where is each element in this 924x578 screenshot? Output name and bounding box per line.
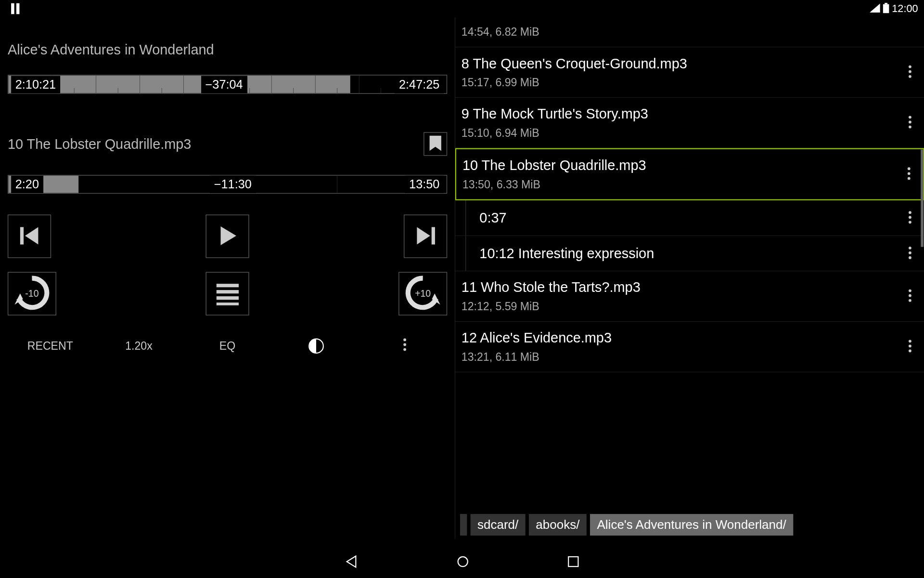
svg-point-22: [909, 211, 911, 214]
list-item[interactable]: 12 Alice's Evidence.mp313:21, 6.11 MiB: [455, 322, 924, 372]
breadcrumb-item[interactable]: abooks/: [529, 514, 587, 536]
contrast-icon: [273, 339, 359, 354]
svg-point-21: [908, 177, 911, 180]
list-item[interactable]: 10 The Lobster Quadrille.mp313:50, 6.33 …: [455, 148, 924, 200]
recent-button[interactable]: RECENT: [8, 340, 93, 353]
svg-rect-35: [568, 557, 578, 566]
svg-point-11: [403, 343, 406, 346]
more-vert-icon: [908, 210, 911, 225]
item-more-button[interactable]: [902, 340, 918, 354]
svg-point-26: [909, 251, 911, 254]
more-vert-icon: [908, 65, 911, 79]
track-list[interactable]: 14:54, 6.82 MiB8 The Queen's Croquet-Gro…: [455, 17, 924, 511]
skip-previous-icon: [17, 223, 42, 249]
rewind-button[interactable]: -10: [8, 272, 56, 315]
prev-button[interactable]: [8, 214, 51, 258]
list-item-title: 10 The Lobster Quadrille.mp3: [462, 158, 901, 173]
item-more-button[interactable]: [902, 210, 918, 225]
scrollbar[interactable]: [921, 149, 924, 247]
list-button[interactable]: [205, 272, 249, 315]
next-button[interactable]: [404, 214, 447, 258]
list-item-sub: 12:12, 5.59 MiB: [462, 300, 902, 313]
forward-button[interactable]: +10: [398, 272, 447, 315]
list-item-title: 11 Who Stole the Tarts?.mp3: [462, 279, 902, 295]
more-vert-icon: [403, 341, 406, 354]
track-elapsed: 2:20: [11, 176, 43, 193]
svg-point-14: [909, 70, 911, 73]
list-item[interactable]: 9 The Mock Turtle's Story.mp315:10, 6.94…: [455, 98, 924, 148]
svg-rect-6: [216, 284, 238, 287]
bookmark-item[interactable]: 10:12 Interesting expression: [455, 236, 924, 272]
svg-rect-8: [216, 296, 238, 300]
list-item-sub: 15:17, 6.99 MiB: [462, 76, 902, 89]
track-remaining: −11:30: [210, 176, 256, 193]
book-elapsed: 2:10:21: [11, 76, 60, 93]
svg-point-29: [909, 294, 911, 297]
breadcrumb-item[interactable]: Alice's Adventures in Wonderland/: [590, 514, 793, 536]
list-item[interactable]: 14:54, 6.82 MiB: [455, 17, 924, 47]
skip-next-icon: [413, 223, 438, 249]
play-icon: [215, 223, 240, 249]
more-vert-icon: [908, 116, 911, 130]
svg-rect-4: [20, 227, 24, 244]
current-track-name: 10 The Lobster Quadrille.mp3: [8, 136, 192, 152]
list-item-title: 8 The Queen's Croquet-Ground.mp3: [462, 56, 902, 71]
more-vert-icon: [908, 340, 911, 354]
eq-button[interactable]: EQ: [185, 340, 270, 353]
svg-point-30: [909, 299, 911, 302]
list-item-sub: 14:54, 6.82 MiB: [462, 26, 918, 39]
recent-apps-icon[interactable]: [567, 555, 579, 569]
item-more-button[interactable]: [901, 167, 917, 182]
item-more-button[interactable]: [902, 246, 918, 261]
list-item-sub: 13:21, 6.11 MiB: [462, 351, 902, 364]
play-button[interactable]: [205, 214, 249, 258]
list-item[interactable]: 11 Who Stole the Tarts?.mp312:12, 5.59 M…: [455, 271, 924, 322]
svg-point-19: [908, 167, 911, 170]
list-item-title: 9 The Mock Turtle's Story.mp3: [462, 106, 902, 121]
svg-point-13: [909, 66, 911, 68]
svg-point-10: [403, 339, 406, 342]
book-total: 2:47:25: [395, 76, 444, 93]
svg-point-18: [909, 126, 911, 129]
item-more-button[interactable]: [902, 289, 918, 303]
breadcrumb-item[interactable]: sdcard/: [471, 514, 526, 536]
status-time: 12:00: [892, 3, 918, 15]
back-icon[interactable]: [345, 555, 359, 570]
item-more-button[interactable]: [902, 116, 918, 130]
svg-point-25: [909, 247, 911, 250]
track-progress-bar[interactable]: 2:20 −11:30 13:50: [8, 175, 447, 194]
more-vert-icon: [907, 167, 911, 182]
svg-point-24: [909, 221, 911, 223]
svg-rect-3: [883, 4, 889, 13]
bookmark-item[interactable]: 0:37: [455, 200, 924, 236]
nav-bar: [0, 547, 924, 578]
bookmark-button[interactable]: [424, 132, 447, 156]
book-title: Alice's Adventures in Wonderland: [8, 42, 447, 57]
list-icon: [214, 281, 242, 306]
speed-button[interactable]: 1.20x: [96, 340, 181, 353]
battery-icon: [883, 3, 889, 15]
svg-rect-2: [885, 3, 887, 4]
svg-rect-5: [431, 227, 435, 244]
breadcrumb-root[interactable]: [460, 514, 467, 536]
contrast-button[interactable]: [273, 339, 359, 354]
player-panel: Alice's Adventures in Wonderland 2:10:21…: [0, 17, 455, 539]
book-progress-bar[interactable]: 2:10:21 −37:04 2:47:25: [8, 75, 447, 94]
svg-point-12: [403, 348, 406, 351]
breadcrumb: sdcard/abooks/Alice's Adventures in Wond…: [455, 511, 924, 539]
pause-icon: [11, 3, 20, 14]
bookmark-icon: [429, 136, 441, 153]
more-vert-icon: [908, 246, 911, 261]
svg-point-23: [909, 216, 911, 219]
book-remaining: −37:04: [201, 76, 247, 93]
svg-rect-0: [11, 3, 14, 14]
svg-point-17: [909, 121, 911, 124]
home-icon[interactable]: [456, 555, 470, 570]
more-button[interactable]: [362, 338, 447, 354]
list-item[interactable]: 8 The Queen's Croquet-Ground.mp315:17, 6…: [455, 47, 924, 98]
bookmark-text: 0:37: [479, 210, 902, 225]
list-item-title: 12 Alice's Evidence.mp3: [462, 330, 902, 345]
item-more-button[interactable]: [902, 65, 918, 79]
rewind-label: -10: [25, 289, 38, 299]
bookmark-text: 10:12 Interesting expression: [479, 246, 902, 261]
